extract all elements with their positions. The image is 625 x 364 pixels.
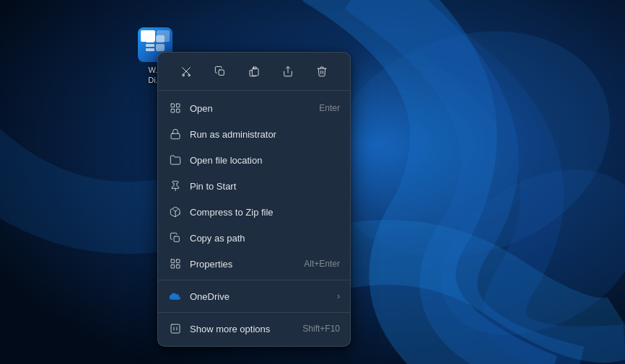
svg-rect-27	[171, 259, 175, 263]
svg-rect-3	[146, 35, 154, 43]
cut-toolbar-button[interactable]	[173, 60, 199, 83]
onedrive-label: OneDrive	[190, 291, 337, 302]
svg-line-25	[175, 210, 178, 212]
menu-item-onedrive[interactable]: OneDrive ›	[158, 283, 350, 309]
open-file-location-icon	[168, 153, 183, 167]
copy-toolbar-button[interactable]	[207, 60, 233, 83]
menu-divider-2	[158, 312, 350, 313]
context-menu: Open Enter Run as administrator	[157, 52, 351, 347]
onedrive-arrow: ›	[337, 291, 340, 301]
svg-rect-26	[174, 236, 179, 241]
svg-rect-13	[219, 70, 224, 75]
svg-line-12	[183, 68, 189, 74]
svg-rect-29	[171, 265, 175, 268]
run-as-admin-label: Run as administrator	[190, 129, 340, 140]
open-shortcut: Enter	[319, 103, 340, 113]
svg-rect-20	[176, 109, 180, 112]
properties-icon	[168, 257, 183, 271]
pin-to-start-icon	[168, 179, 183, 193]
svg-point-2	[411, 136, 625, 364]
compress-to-zip-icon	[168, 205, 183, 219]
menu-item-show-more-options[interactable]: Show more options Shift+F10	[158, 316, 350, 342]
menu-item-properties[interactable]: Properties Alt+Enter	[158, 251, 350, 277]
svg-line-11	[183, 68, 190, 74]
delete-toolbar-button[interactable]	[309, 60, 335, 83]
menu-item-open-file-location[interactable]: Open file location	[158, 147, 350, 173]
svg-rect-14	[252, 68, 258, 76]
open-file-location-label: Open file location	[190, 155, 340, 166]
pin-to-start-label: Pin to Start	[190, 181, 340, 192]
copy-as-path-icon	[168, 231, 183, 245]
paste-toolbar-button[interactable]	[241, 60, 267, 83]
menu-item-compress-to-zip[interactable]: Compress to Zip file	[158, 199, 350, 225]
properties-label: Properties	[190, 259, 304, 270]
compress-to-zip-label: Compress to Zip file	[190, 207, 340, 218]
svg-rect-21	[171, 133, 180, 138]
svg-rect-30	[176, 265, 180, 268]
copy-as-path-label: Copy as path	[190, 233, 340, 244]
show-more-options-shortcut: Shift+F10	[302, 324, 340, 334]
menu-items-list: Open Enter Run as administrator	[158, 91, 350, 346]
run-as-admin-icon	[168, 127, 183, 141]
menu-item-open[interactable]: Open Enter	[158, 95, 350, 121]
context-menu-toolbar	[158, 53, 350, 91]
svg-rect-15	[253, 67, 257, 69]
svg-rect-4	[156, 35, 165, 43]
svg-rect-31	[171, 324, 180, 333]
menu-divider-1	[158, 280, 350, 280]
svg-rect-5	[146, 44, 154, 47]
show-more-options-label: Show more options	[190, 324, 302, 334]
svg-rect-6	[146, 48, 154, 51]
open-icon	[168, 101, 183, 115]
svg-rect-18	[176, 104, 180, 107]
show-more-options-icon	[168, 321, 183, 336]
menu-item-run-as-admin[interactable]: Run as administrator	[158, 121, 350, 147]
open-label: Open	[190, 103, 319, 114]
svg-rect-19	[171, 109, 175, 112]
menu-item-pin-to-start[interactable]: Pin to Start	[158, 173, 350, 199]
onedrive-icon	[168, 289, 183, 303]
share-toolbar-button[interactable]	[275, 60, 301, 83]
svg-rect-28	[176, 259, 180, 263]
menu-item-copy-as-path[interactable]: Copy as path	[158, 225, 350, 251]
svg-line-24	[173, 210, 175, 212]
properties-shortcut: Alt+Enter	[304, 259, 340, 269]
svg-rect-17	[171, 104, 175, 107]
desktop: W... Di...	[0, 0, 625, 364]
